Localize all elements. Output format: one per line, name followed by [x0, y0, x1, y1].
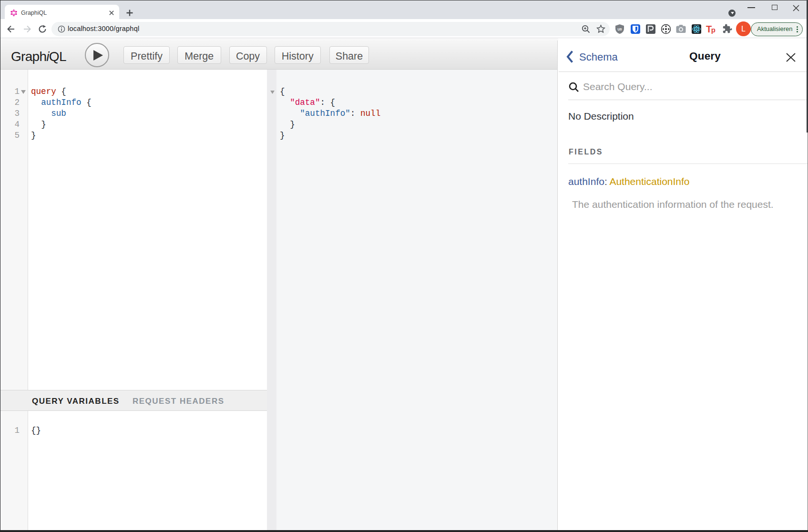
- svg-text:U0: U0: [618, 28, 622, 31]
